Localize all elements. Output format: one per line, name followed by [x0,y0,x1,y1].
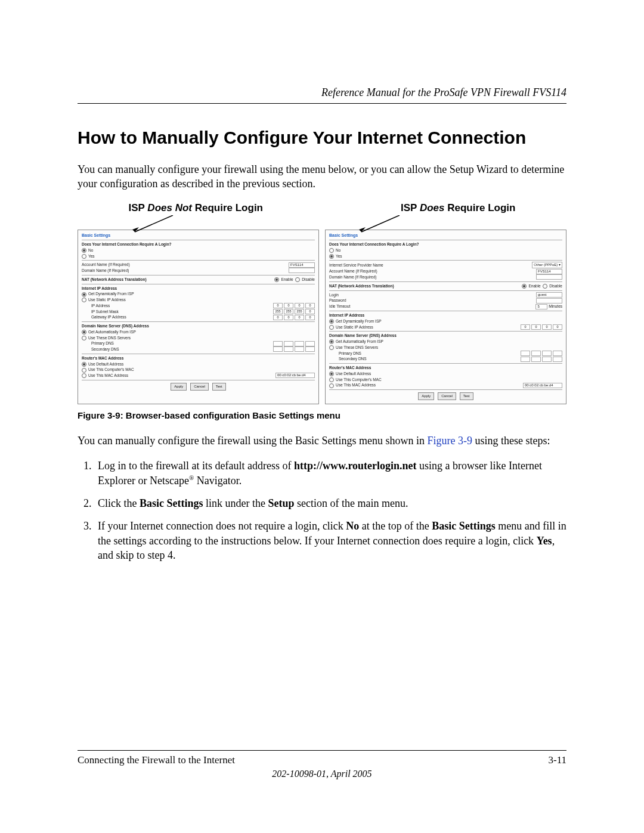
body-paragraph-2: You can manually configure the firewall … [78,433,566,448]
secondary-dns-label: Secondary DNS [339,356,367,362]
account-name-label: Account Name (If Required) [329,268,377,274]
account-name-field[interactable]: FVS114 [536,269,562,274]
radio-mac-this[interactable] [329,383,334,388]
domain-name-label: Domain Name (If Required) [329,274,376,280]
page: Reference Manual for the ProSafe VPN Fir… [0,0,644,833]
radio-nat-disable[interactable] [543,284,547,289]
mac-heading: Router's MAC Address [82,355,315,361]
password-field[interactable] [536,298,562,304]
nat-heading: NAT (Network Address Translation) [329,283,394,289]
radio-nat-enable[interactable] [274,277,279,282]
page-footer: Connecting the Firewall to the Internet … [78,750,566,779]
panel-title: Basic Settings [82,233,315,239]
nat-heading: NAT (Network Address Translation) [82,277,147,283]
account-name-field[interactable]: FVS114 [289,262,315,268]
radio-ip-static[interactable] [329,325,334,330]
radio-dns-these[interactable] [329,345,334,350]
login-label: Login [329,292,339,298]
radio-dns-auto[interactable] [329,339,334,344]
radio-ip-static[interactable] [82,298,86,302]
mac-heading: Router's MAC Address [329,365,562,371]
primary-dns-field[interactable] [273,341,315,346]
radio-dns-these[interactable] [82,336,86,340]
dns-heading: Domain Name Server (DNS) Address [82,323,315,329]
password-label: Password [329,298,346,304]
login-field[interactable]: guest [536,292,562,298]
gateway-field[interactable]: 0000 [273,315,315,320]
step-3: If your Internet connection does not req… [94,519,566,562]
steps-list: Log in to the firewall at its default ad… [78,459,566,562]
radio-nat-disable[interactable] [295,277,300,282]
idle-timeout-label: Idle Timeout [329,304,350,309]
radio-yes[interactable] [329,254,334,259]
secondary-dns-label: Secondary DNS [91,346,119,352]
ip-address-label: IP Address [91,303,110,309]
top-rule [78,103,566,104]
settings-panel-login: Basic Settings Does Your Internet Connec… [325,230,566,405]
radio-ip-dyn[interactable] [329,319,334,324]
ip-address-field[interactable]: 0000 [273,303,315,308]
ip-heading: Internet IP Address [82,286,315,292]
gateway-label: Gateway IP Address [91,314,126,320]
figure-caption: Figure 3-9: Browser-based configuration … [78,410,566,420]
step-2: Click the Basic Settings link under the … [94,496,566,510]
footer-chapter: Connecting the Firewall to the Internet [78,754,235,766]
dns-heading: Domain Name Server (DNS) Address [329,333,562,339]
radio-mac-pc[interactable] [82,368,86,373]
footer-doc-id: 202-10098-01, April 2005 [78,769,566,779]
mac-address-field[interactable]: 00:c0:02:cb:be:d4 [275,373,315,378]
radio-yes[interactable] [82,254,86,259]
ip-heading: Internet IP Address [329,312,562,318]
radio-dns-auto[interactable] [82,330,86,335]
step-1: Log in to the firewall at its default ad… [94,459,566,488]
radio-mac-default[interactable] [82,362,86,367]
domain-name-field[interactable] [536,274,562,280]
static-ip-field[interactable]: 0000 [521,324,562,330]
nat-options: Enable Disable [522,283,562,289]
cancel-button[interactable]: Cancel [438,392,456,400]
primary-dns-label: Primary DNS [91,340,114,346]
test-button[interactable]: Test [460,392,473,400]
domain-name-field[interactable] [289,268,315,273]
mac-address-field[interactable]: 00:c0:02:cb:be:d4 [523,383,562,388]
radio-ip-dyn[interactable] [82,292,86,297]
isp-type-select[interactable]: Other (PPPoE) ▾ [532,262,562,268]
right-column-label: ISP Does Require Login [401,202,515,214]
running-header: Reference Manual for the ProSafe VPN Fir… [321,86,566,99]
apply-button[interactable]: Apply [171,383,187,391]
radio-nat-enable[interactable] [522,284,527,289]
idle-timeout-field[interactable]: 5 [535,304,547,309]
figure-3-9: ISP Does Not Require Login ISP Does Requ… [78,202,566,421]
footer-rule [78,750,566,751]
login-question: Does Your Internet Connection Require A … [329,241,562,247]
section-heading: How to Manually Configure Your Internet … [78,128,566,148]
arrow-right-icon [358,215,405,236]
cancel-button[interactable]: Cancel [190,383,209,391]
settings-panel-no-login: Basic Settings Does Your Internet Connec… [78,230,319,405]
intro-paragraph: You can manually configure your firewall… [78,162,566,191]
subnet-mask-label: IP Subnet Mask [91,309,119,315]
primary-dns-field[interactable] [521,351,562,356]
radio-no[interactable] [82,248,86,253]
secondary-dns-field[interactable] [521,357,562,362]
footer-page-number: 3-11 [548,754,566,766]
radio-mac-this[interactable] [82,373,86,378]
figure-reference-link[interactable]: Figure 3-9 [428,435,473,447]
login-question: Does Your Internet Connection Require A … [82,241,315,247]
radio-mac-pc[interactable] [329,377,334,382]
subnet-mask-field[interactable]: 2552552550 [273,309,315,314]
isp-name-label: Internet Service Provider Name [329,262,383,268]
test-button[interactable]: Test [212,383,226,391]
secondary-dns-field[interactable] [273,346,315,352]
nat-options: Enable Disable [274,277,315,283]
primary-dns-label: Primary DNS [339,351,361,357]
pointer-arrows [78,216,566,230]
apply-button[interactable]: Apply [418,392,434,400]
left-column-label: ISP Does Not Require Login [129,202,263,214]
domain-name-label: Domain Name (If Required) [82,268,129,274]
account-name-label: Account Name (If Required) [82,262,130,268]
radio-mac-default[interactable] [329,371,334,376]
svg-line-0 [135,215,173,232]
arrow-left-icon [131,215,179,236]
radio-no[interactable] [329,248,334,253]
